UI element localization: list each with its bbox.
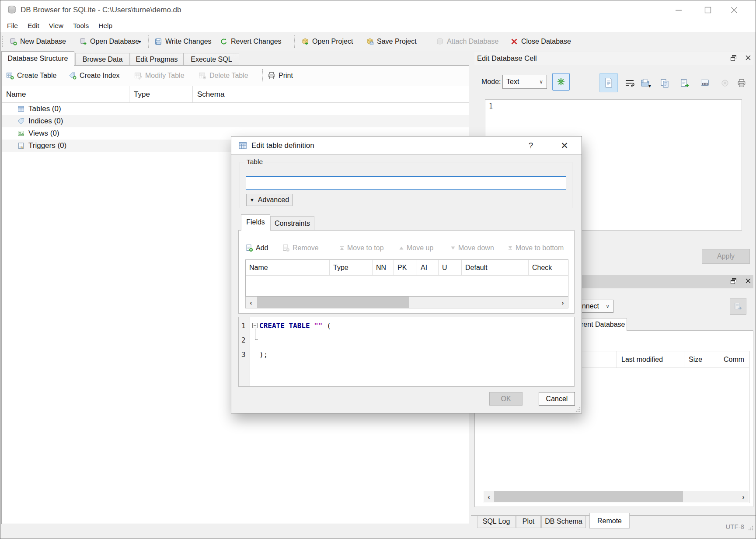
scroll-right-icon[interactable]: › [738, 491, 749, 502]
column-header-u[interactable]: U [439, 260, 462, 275]
save-project-button[interactable]: Save Project [366, 34, 417, 49]
column-header-pk[interactable]: PK [394, 260, 417, 275]
print-button[interactable]: Print [268, 69, 293, 82]
remove-field-button[interactable]: Remove [282, 242, 319, 254]
scroll-left-icon[interactable]: ‹ [484, 491, 494, 502]
close-panel-button[interactable] [743, 276, 753, 285]
revert-changes-button[interactable]: Revert Changes [220, 34, 282, 49]
scroll-right-icon[interactable]: › [557, 297, 568, 308]
delete-table-icon [199, 72, 206, 80]
float-panel-button[interactable] [728, 53, 739, 62]
main-toolbar: New Database Open Database ▾ Write Chang… [0, 32, 756, 51]
cancel-button[interactable]: Cancel [539, 392, 575, 406]
dialog-help-button[interactable]: ? [524, 139, 537, 152]
column-header-default[interactable]: Default [462, 260, 529, 275]
column-header-type[interactable]: Type [129, 86, 193, 102]
table-name-input[interactable] [246, 176, 566, 190]
create-index-button[interactable]: Create Index [69, 69, 120, 82]
menu-view[interactable]: View [44, 21, 68, 31]
tab-edit-pragmas[interactable]: Edit Pragmas [130, 53, 184, 66]
tab-plot[interactable]: Plot [516, 516, 541, 528]
tab-current-database[interactable]: rent Database [579, 318, 627, 331]
maximize-button[interactable] [697, 0, 719, 20]
attach-database-button[interactable]: Attach Database [436, 34, 498, 49]
menu-file[interactable]: File [2, 21, 23, 31]
copy-button[interactable] [658, 77, 671, 90]
tab-database-structure[interactable]: Database Structure [1, 51, 74, 66]
delete-table-button[interactable]: Delete Table [199, 69, 248, 82]
window-resize-grip[interactable] [748, 525, 753, 531]
tab-constraints[interactable]: Constraints [270, 216, 314, 231]
close-icon [745, 55, 751, 61]
import-button[interactable]: ▼ [637, 76, 653, 91]
column-header-schema[interactable]: Schema [193, 86, 469, 102]
sql-line-numbers: 1 2 3 [239, 317, 250, 386]
modify-table-button[interactable]: Modify Table [134, 69, 185, 82]
line-number: 1 [241, 318, 250, 333]
column-header-last-modified[interactable]: Last modified [617, 351, 684, 368]
column-header-check[interactable]: Check [529, 260, 568, 275]
advanced-button[interactable]: ▼ Advanced [246, 194, 293, 206]
add-field-button[interactable]: Add [245, 242, 268, 254]
open-database-dropdown[interactable]: ▾ [139, 34, 141, 49]
remote-horizontal-scrollbar[interactable]: ‹ › [484, 491, 749, 502]
tree-row-indices[interactable]: Indices (0) [2, 115, 469, 127]
dialog-close-button[interactable]: ✕ [558, 139, 571, 152]
scrollbar-thumb[interactable] [257, 297, 409, 308]
menu-edit[interactable]: Edit [23, 21, 44, 31]
move-to-bottom-button[interactable]: Move to bottom [508, 242, 564, 254]
tab-execute-sql[interactable]: Execute SQL [184, 53, 239, 66]
word-wrap-button[interactable] [623, 77, 636, 90]
column-header-nn[interactable]: NN [373, 260, 394, 275]
export-button[interactable] [678, 77, 691, 90]
ok-button[interactable]: OK [489, 392, 523, 406]
column-header-name[interactable]: Name [2, 86, 129, 102]
auto-apply-button[interactable] [552, 73, 570, 91]
open-database-button[interactable]: Open Database [79, 34, 139, 49]
new-database-button[interactable]: New Database [9, 34, 66, 49]
set-null-button[interactable] [718, 77, 732, 90]
column-header-type[interactable]: Type [330, 260, 373, 275]
menu-tools[interactable]: Tools [68, 21, 94, 31]
create-table-button[interactable]: Create Table [6, 69, 56, 82]
tab-sql-log[interactable]: SQL Log [477, 516, 516, 528]
column-header-ai[interactable]: AI [417, 260, 439, 275]
sql-code: − CREATE TABLE "" ( ); [251, 318, 574, 386]
sql-preview-editor[interactable]: 1 2 3 − CREATE TABLE "" ( ); [238, 317, 575, 387]
mode-select[interactable]: Text ∨ [502, 75, 547, 89]
column-header-name[interactable]: Name [246, 260, 330, 275]
apply-button[interactable]: Apply [702, 249, 750, 264]
write-changes-button[interactable]: Write Changes [154, 34, 212, 49]
scrollbar-thumb[interactable] [494, 491, 683, 502]
tab-remote[interactable]: Remote [589, 513, 630, 528]
move-up-button[interactable]: Move up [399, 242, 433, 254]
text-view-button[interactable] [599, 73, 618, 92]
open-project-label: Open Project [312, 38, 353, 46]
column-header-commit[interactable]: Comm [719, 351, 749, 368]
column-header-size[interactable]: Size [684, 351, 719, 368]
push-database-button[interactable] [730, 298, 746, 315]
fields-horizontal-scrollbar[interactable]: ‹ › [245, 297, 568, 308]
tree-row-tables[interactable]: Tables (0) [2, 103, 469, 115]
print-cell-button[interactable] [735, 77, 748, 90]
fold-collapse-icon[interactable]: − [252, 323, 258, 328]
toolbar-handle[interactable] [2, 36, 3, 47]
structure-toolbar-separator [262, 69, 263, 81]
close-database-button[interactable]: Close Database [510, 34, 571, 49]
tree-row-label: Tables (0) [28, 105, 61, 113]
move-down-button[interactable]: Move down [450, 242, 494, 254]
close-panel-button[interactable] [743, 53, 753, 62]
fields-table-header: Name Type NN PK AI U Default Check [246, 260, 568, 276]
scroll-left-icon[interactable]: ‹ [246, 297, 256, 308]
close-button[interactable] [723, 0, 746, 20]
menu-help[interactable]: Help [94, 21, 117, 31]
minimize-button[interactable] [667, 0, 690, 20]
tab-db-schema[interactable]: DB Schema [541, 516, 586, 528]
tab-browse-data[interactable]: Browse Data [75, 53, 130, 66]
tab-fields[interactable]: Fields [241, 214, 270, 231]
move-to-top-button[interactable]: Move to top [339, 242, 384, 254]
dialog-resize-grip[interactable] [575, 407, 581, 412]
image-link-button[interactable] [698, 77, 711, 90]
open-project-button[interactable]: Open Project [301, 34, 353, 49]
float-panel-button[interactable] [728, 276, 739, 285]
